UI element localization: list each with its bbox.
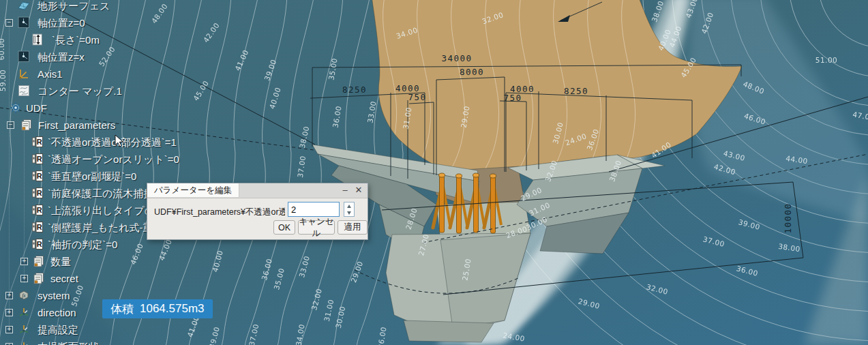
tree-item-label: `袖折の判定`=0: [48, 239, 117, 252]
paramset-icon: [33, 272, 45, 284]
length-icon: [31, 33, 44, 46]
contour-label: 51.00: [815, 56, 838, 64]
tree-item[interactable]: +secret: [0, 271, 286, 288]
tree-item-label: direction: [38, 307, 76, 318]
surface-icon: [18, 0, 30, 12]
tree-item-label: `上流張り出しタイプの: [48, 205, 155, 217]
dimension-label: 4000: [510, 84, 535, 94]
tree-item[interactable]: +提高設定: [0, 322, 286, 339]
spinner-up-icon[interactable]: [347, 205, 351, 208]
specification-tree: 地形サーフェス−軸位置z=0`長さ`=0m軸位置z=xAxis1コンター マップ…: [0, 0, 286, 345]
tree-item-label: 地形サーフェス: [38, 0, 110, 13]
tree-item-label: `垂直壁or副堰堤`=0: [48, 170, 136, 183]
dialog-titlebar[interactable]: パラメーターを編集 – ✕: [147, 183, 368, 198]
direction-icon: [18, 306, 30, 318]
minimize-button[interactable]: –: [339, 184, 351, 196]
tree-item-label: `透過オープンorスリット`=0: [48, 153, 179, 166]
tree-item-label: コンター マップ.1: [38, 85, 122, 98]
tree-item-label: 軸位置z=x: [38, 51, 85, 64]
tree-item-label: 軸位置z=0: [38, 17, 85, 30]
dimension-label: 34000: [441, 53, 472, 63]
cancel-button[interactable]: キャンセル: [298, 220, 335, 235]
close-button[interactable]: ✕: [353, 184, 365, 196]
tree-item[interactable]: 軸位置z=x: [0, 49, 286, 66]
tree-item-label: secret: [50, 273, 78, 284]
mouse-cursor-icon: [115, 135, 125, 149]
parameter-value-input[interactable]: [288, 202, 340, 217]
tree-item[interactable]: UDF: [0, 100, 286, 117]
ok-button[interactable]: OK: [273, 220, 295, 235]
fx-icon: [18, 289, 30, 301]
tree-item[interactable]: コンター マップ.1: [0, 83, 286, 100]
paramset-icon: [33, 255, 45, 267]
axis1-icon: [18, 68, 30, 80]
tree-expander-minus-icon[interactable]: −: [5, 19, 13, 27]
direction-icon: [18, 340, 30, 345]
dimension-label: 750: [408, 92, 426, 102]
dimension-label: 10000: [783, 202, 793, 233]
spinner-down-icon[interactable]: [347, 211, 351, 215]
value-spinner[interactable]: [344, 202, 355, 217]
tree-item-label: 提高設定: [38, 324, 78, 337]
direction-icon: [18, 323, 30, 335]
dimension-label: 750: [503, 93, 522, 103]
tree-item[interactable]: +数量: [0, 254, 286, 271]
tree-item-label: 数量: [50, 256, 71, 269]
param-icon: [31, 221, 44, 233]
param-icon: [31, 204, 44, 216]
apply-button[interactable]: 適用: [338, 220, 368, 235]
tree-item[interactable]: 地形サーフェス: [0, 0, 286, 15]
tree-item[interactable]: `透過オープンorスリット`=0: [0, 151, 286, 168]
tree-item-label: Axis1: [38, 68, 63, 80]
tree-expander-minus-icon[interactable]: −: [7, 121, 14, 129]
tree-item-label: `長さ`=0m: [52, 34, 100, 47]
tree-item-label: First_parameters: [38, 119, 115, 131]
volume-badge: 体積1064.575m3: [102, 299, 213, 318]
tree-item[interactable]: `不透過or透過or部分透過`=1: [0, 134, 286, 151]
parameter-path-label: UDF¥First_parameters¥不透過or透: [154, 207, 285, 218]
dimension-label: 8250: [342, 85, 367, 95]
tree-item-label: UDF: [26, 102, 47, 114]
param-icon: [31, 187, 44, 199]
cad-application: { "colors":{"accent_blue":"#2a84c4","inp…: [0, 0, 868, 345]
dimension-label: 8250: [564, 86, 588, 96]
tree-item[interactable]: `長さ`=0m: [0, 32, 286, 49]
edit-parameter-dialog: パラメーターを編集 – ✕ UDF¥First_parameters¥不透過or…: [147, 183, 368, 240]
tree-item[interactable]: −軸位置z=0: [0, 15, 286, 32]
udf-icon: [10, 102, 22, 114]
tree-item-label: `前庭保護工の流木捕捉: [48, 188, 153, 200]
tree-item-label: `不透過or透過or部分透過`=1: [48, 136, 177, 149]
dimension-label: 8000: [460, 67, 484, 77]
tree-item-label: system: [38, 290, 70, 301]
param-icon: [31, 153, 44, 165]
dialog-title: パラメーターを編集: [147, 183, 239, 197]
axisdark-icon: [18, 50, 30, 63]
param-icon: [31, 238, 44, 250]
tree-item-label: `側壁護岸_もたれ式-重: [48, 222, 153, 235]
param-icon: [31, 170, 44, 182]
param-icon: [31, 136, 44, 148]
volume-label: 体積: [110, 301, 134, 317]
volume-value: 1064.575m3: [140, 302, 205, 316]
tree-item-label: 本堤断面形状: [38, 341, 99, 345]
axisdark-icon: [18, 16, 30, 29]
tree-item[interactable]: +本堤断面形状: [0, 339, 286, 345]
tree-item[interactable]: −First_parameters: [0, 117, 286, 134]
contour-icon: [18, 85, 30, 97]
paramset-icon: [20, 119, 33, 131]
tree-item[interactable]: Axis1: [0, 66, 286, 83]
